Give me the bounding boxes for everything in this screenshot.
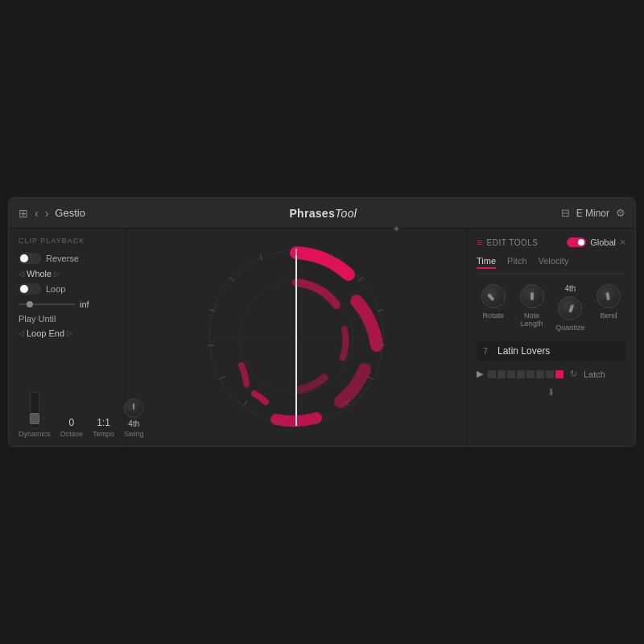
loop-icon[interactable]: ↻: [570, 369, 577, 379]
layout-icon[interactable]: ⊟: [561, 207, 570, 219]
reverse-row: Reverse: [19, 253, 115, 264]
slider-dot: [27, 301, 33, 308]
preset-name: Latin Lovers: [497, 345, 619, 357]
step-6[interactable]: [536, 370, 544, 378]
settings-icon[interactable]: ⚙: [616, 207, 625, 219]
dynamics-label: Dynamics: [19, 430, 51, 438]
rotate-knob[interactable]: [481, 284, 506, 308]
dynamics-fader[interactable]: [30, 392, 39, 428]
note-length-knob[interactable]: [520, 284, 544, 308]
rotate-label: Rotate: [483, 312, 505, 320]
playback-row: ▶ ↻ Latch: [477, 369, 625, 379]
slider-row: inf: [19, 299, 115, 309]
global-label: Global: [590, 237, 616, 247]
step-3[interactable]: [507, 370, 515, 378]
tempo-label: Tempo: [93, 430, 114, 438]
quantize-value: 4th: [564, 284, 576, 293]
center-panel: ✦: [126, 229, 466, 446]
global-toggle[interactable]: [567, 237, 586, 247]
dynamics-group: Dynamics: [19, 392, 51, 438]
plugin-title: PhrasesTool: [289, 207, 357, 220]
svg-line-16: [244, 401, 247, 406]
preset-num: 7: [483, 346, 493, 356]
app-name: Gestio: [55, 207, 85, 219]
loop-slider[interactable]: [19, 303, 75, 305]
loop-end-row: ◁ Loop End ▷: [19, 328, 115, 338]
octave-label: Octave: [60, 430, 84, 438]
octave-group: 0 Octave: [60, 417, 84, 438]
close-btn[interactable]: ×: [620, 237, 625, 248]
bottom-controls: Dynamics 0 Octave 1:1 Tempo 4th Swing: [19, 386, 115, 438]
global-toggle-group: Global ×: [567, 237, 625, 248]
main-content: CLIP PLAYBACK Reverse ◁ Whole ▷ Loop: [9, 229, 635, 446]
circle-settings-icon[interactable]: ✦: [392, 223, 401, 235]
reverse-label: Reverse: [46, 254, 79, 263]
quantize-label: Quantize: [555, 324, 584, 332]
nav-next-btn[interactable]: ›: [45, 207, 49, 220]
step-1[interactable]: [488, 370, 496, 378]
title-bar-center: PhrasesTool: [85, 207, 561, 220]
preset-row[interactable]: 7 Latin Lovers: [477, 341, 625, 361]
slider-value: inf: [80, 299, 89, 309]
loop-toggle[interactable]: [19, 283, 41, 295]
right-panel: ≡ EDIT TOOLS Global × Time Pitch Velocit…: [466, 229, 635, 446]
whole-arrow-control: ◁ Whole ▷: [19, 269, 60, 279]
left-panel: CLIP PLAYBACK Reverse ◁ Whole ▷ Loop: [9, 229, 126, 446]
loop-end-next-btn[interactable]: ▷: [67, 329, 72, 337]
bend-label: Bend: [601, 312, 617, 320]
tempo-group: 1:1 Tempo: [93, 417, 114, 438]
step-4[interactable]: [517, 370, 525, 378]
plugin-window: ⊞ ‹ › Gestio PhrasesTool ⊟ E Minor ⚙ CLI…: [8, 197, 636, 447]
loop-end-control: ◁ Loop End ▷: [19, 328, 72, 338]
tools-grid: Rotate Note Length 4th Quantize: [477, 284, 625, 332]
whole-row: ◁ Whole ▷: [19, 269, 115, 279]
save-icon[interactable]: ⬇: [477, 387, 625, 398]
play-until-row: Play Until: [19, 314, 115, 324]
bend-tool: Bend: [592, 284, 625, 332]
quantize-knob[interactable]: [558, 296, 582, 320]
loop-end-prev-btn[interactable]: ◁: [19, 329, 24, 337]
step-2[interactable]: [497, 370, 506, 378]
bars-icon: ≡: [477, 237, 483, 248]
octave-value: 0: [68, 417, 74, 428]
step-7[interactable]: [546, 370, 554, 378]
key-display: E Minor: [576, 208, 609, 219]
title-bar-left: ⊞ ‹ › Gestio: [19, 207, 85, 220]
whole-next-btn[interactable]: ▷: [54, 270, 60, 278]
note-length-tool: Note Length: [515, 284, 549, 332]
nav-prev-btn[interactable]: ‹: [35, 207, 39, 220]
app-icon: ⊞: [19, 207, 28, 220]
title-bar: ⊞ ‹ › Gestio PhrasesTool ⊟ E Minor ⚙: [9, 198, 635, 229]
tab-time[interactable]: Time: [477, 256, 496, 269]
loop-row: Loop: [19, 283, 115, 295]
title-bar-right: ⊟ E Minor ⚙: [561, 207, 625, 219]
rotate-tool: Rotate: [477, 284, 510, 332]
tempo-value: 1:1: [97, 417, 110, 428]
track-steps: [488, 370, 564, 378]
step-8[interactable]: [555, 370, 564, 378]
tab-velocity[interactable]: Velocity: [539, 256, 569, 269]
circle-container: ✦: [200, 241, 393, 434]
clip-playback-label: CLIP PLAYBACK: [19, 237, 115, 245]
reverse-toggle[interactable]: [19, 253, 41, 264]
fader-thumb: [30, 413, 39, 424]
play-until-label: Play Until: [19, 314, 56, 324]
svg-line-17: [220, 376, 225, 379]
loop-end-label: Loop End: [27, 328, 64, 338]
tab-row: Time Pitch Velocity: [477, 256, 625, 275]
whole-value: Whole: [27, 269, 52, 279]
latch-label: Latch: [584, 369, 605, 379]
bend-knob[interactable]: [597, 284, 621, 308]
play-btn[interactable]: ▶: [477, 369, 483, 379]
edit-tools-header: ≡ EDIT TOOLS Global ×: [477, 237, 625, 248]
tab-pitch[interactable]: Pitch: [507, 256, 526, 269]
loop-label: Loop: [46, 284, 65, 294]
note-length-label: Note Length: [515, 312, 549, 328]
quantize-tool: 4th Quantize: [554, 284, 588, 332]
edit-tools-label: ≡ EDIT TOOLS: [477, 237, 538, 248]
phrase-circle[interactable]: [200, 241, 393, 434]
whole-prev-btn[interactable]: ◁: [19, 270, 24, 278]
step-5[interactable]: [526, 370, 535, 378]
